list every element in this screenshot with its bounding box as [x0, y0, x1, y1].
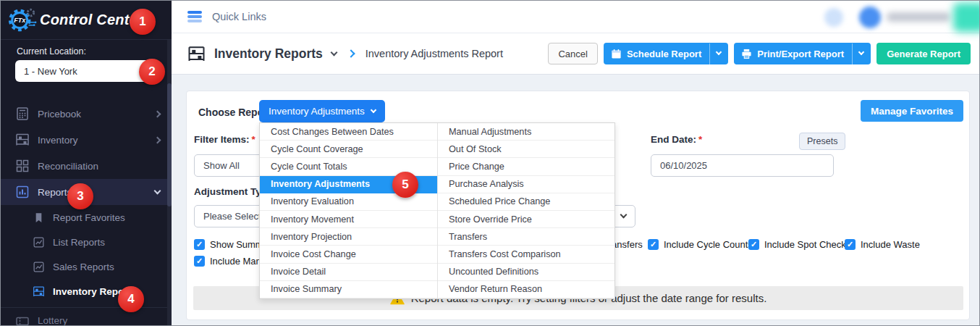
page-title-dropdown-icon[interactable] [330, 49, 337, 56]
chevron-down-icon [620, 212, 628, 219]
notification-icon[interactable] [824, 8, 843, 27]
menu-item[interactable]: Transfers [438, 228, 614, 246]
shelf-icon [33, 285, 45, 298]
menu-item[interactable]: Out Of Stock [438, 141, 614, 158]
line-chart-icon [33, 261, 45, 273]
menu-item[interactable]: Store Override Price [438, 211, 614, 228]
current-location-input[interactable] [15, 60, 157, 82]
end-date-label: End Date:* [651, 134, 702, 145]
filter-items-label: Filter Items:* [194, 134, 255, 145]
report-menu-left-column: Cost Changes Between Dates Cycle Count C… [260, 123, 437, 298]
sidebar-item-sales-reports[interactable]: Sales Reports [1, 254, 172, 279]
generate-report-button[interactable]: Generate Report [876, 43, 971, 64]
button-divider [709, 43, 710, 64]
annotation-badge-3: 3 [67, 183, 93, 209]
menu-item[interactable]: Cycle Count Coverage [260, 141, 437, 158]
checkbox-include-cycle-counts[interactable]: Include Cycle Counts [648, 239, 753, 250]
user-avatar[interactable] [859, 7, 881, 28]
menu-item[interactable]: Manual Adjustments [438, 123, 614, 141]
chevron-down-icon [154, 187, 161, 194]
menu-item[interactable]: Price Change [438, 158, 614, 175]
app-title: Control Center [40, 12, 143, 28]
breadcrumb-separator-icon [347, 49, 355, 57]
menu-item[interactable]: Uncounted Definitions [438, 264, 614, 281]
bar-chart-icon [15, 185, 30, 199]
toolbar-buttons: Cancel Schedule Report [548, 43, 971, 64]
sidebar-item-inventory[interactable]: Inventory [1, 127, 172, 153]
quick-links-menu-icon[interactable] [187, 11, 202, 22]
annotation-badge-1: 1 [130, 9, 156, 35]
shelf-icon [15, 133, 30, 147]
schedule-report-label: Schedule Report [627, 49, 701, 59]
breadcrumb-current: Inventory Adjustments Report [366, 48, 503, 59]
sidebar-item-label: Reconciliation [38, 161, 98, 172]
menu-item[interactable]: Invoice Cost Change [260, 246, 437, 263]
sidebar: FTx Control Center Current Location: Pri… [1, 1, 172, 326]
chevron-right-icon [154, 110, 161, 117]
filter-items-value: Show All [203, 160, 240, 171]
cancel-button[interactable]: Cancel [548, 43, 597, 64]
end-date-input[interactable]: 06/10/2025 [651, 154, 834, 177]
annotation-badge-5: 5 [392, 172, 418, 198]
annotation-badge-2: 2 [139, 59, 165, 85]
ftx-gear-logo-icon: FTx [8, 6, 37, 35]
menu-item[interactable]: Scheduled Price Change [438, 193, 614, 211]
shelf-icon [187, 45, 206, 63]
sidebar-item-lottery[interactable]: Lottery [1, 307, 172, 326]
manage-favorites-button[interactable]: Manage Favorites [861, 100, 963, 122]
app-window: FTx Control Center Current Location: Pri… [0, 0, 980, 326]
report-selector-value: Inventory Adjustments [269, 106, 365, 117]
checkbox-include-spot-checks[interactable]: Include Spot Checks [748, 239, 850, 250]
report-menu-right-column: Manual Adjustments Out Of Stock Price Ch… [437, 123, 614, 298]
schedule-report-button[interactable]: Schedule Report [604, 43, 728, 64]
menu-item[interactable]: Purchase Analysis [438, 176, 614, 193]
checkbox-checked-icon [648, 239, 659, 250]
menu-item[interactable]: Cost Changes Between Dates [260, 123, 437, 141]
sidebar-item-label: List Reports [53, 237, 105, 248]
print-export-report-label: Print/Export Report [757, 49, 844, 59]
top-header-bar: Quick Links [172, 1, 980, 33]
sidebar-item-label: Report Favorites [53, 212, 125, 223]
menu-item[interactable]: Inventory Projection [260, 228, 437, 246]
sidebar-item-inventory-reports[interactable]: Inventory Reports [1, 279, 172, 304]
report-type-dropdown-menu: Cost Changes Between Dates Cycle Count C… [259, 122, 615, 299]
checkbox-checked-icon [194, 256, 205, 267]
sidebar-item-label: Lottery [38, 315, 67, 326]
menu-item[interactable]: Vendor Return Reason [438, 281, 614, 298]
sidebar-item-label: Sales Reports [53, 262, 114, 272]
annotation-badge-4: 4 [118, 286, 144, 312]
checkbox-include-waste[interactable]: Include Waste [845, 239, 920, 250]
sidebar-item-list-reports[interactable]: List Reports [1, 230, 172, 254]
menu-item[interactable]: Invoice Summary [260, 281, 437, 298]
adjustment-type-value: Please Select [203, 211, 261, 222]
line-chart-icon [33, 236, 45, 248]
sidebar-item-report-favorites[interactable]: Report Favorites [1, 205, 172, 230]
bookmark-icon [33, 212, 45, 224]
calendar-icon [611, 49, 622, 59]
help-widget[interactable] [953, 3, 980, 32]
grid-icon [15, 159, 30, 173]
ticket-icon [15, 314, 30, 326]
current-location-label: Current Location: [17, 46, 86, 57]
sidebar-item-reconciliation[interactable]: Reconciliation [1, 153, 172, 179]
print-export-report-button[interactable]: Print/Export Report [734, 43, 871, 64]
checkbox-checked-icon [194, 239, 205, 250]
menu-item[interactable]: Transfers Cost Comparison [438, 246, 614, 263]
sidebar-item-label: Inventory [38, 135, 78, 146]
chevron-down-icon[interactable] [858, 49, 864, 55]
user-name[interactable] [887, 12, 950, 22]
chevron-down-icon[interactable] [716, 49, 722, 55]
menu-item[interactable]: Inventory Movement [260, 211, 437, 228]
menu-item[interactable]: Invoice Detail [260, 264, 437, 281]
sidebar-item-pricebook[interactable]: Pricebook [1, 101, 172, 127]
calculator-icon [15, 106, 30, 121]
button-divider [852, 43, 853, 64]
presets-button[interactable]: Presets [799, 133, 845, 150]
checkbox-checked-icon [845, 239, 856, 250]
checkbox-checked-icon [748, 239, 759, 250]
report-selector-dropdown[interactable]: Inventory Adjustments [259, 100, 385, 122]
printer-icon [741, 49, 752, 59]
required-asterisk: * [252, 134, 255, 145]
page-toolbar: Inventory Reports Inventory Adjustments … [172, 33, 980, 75]
svg-text:FTx: FTx [14, 17, 26, 24]
